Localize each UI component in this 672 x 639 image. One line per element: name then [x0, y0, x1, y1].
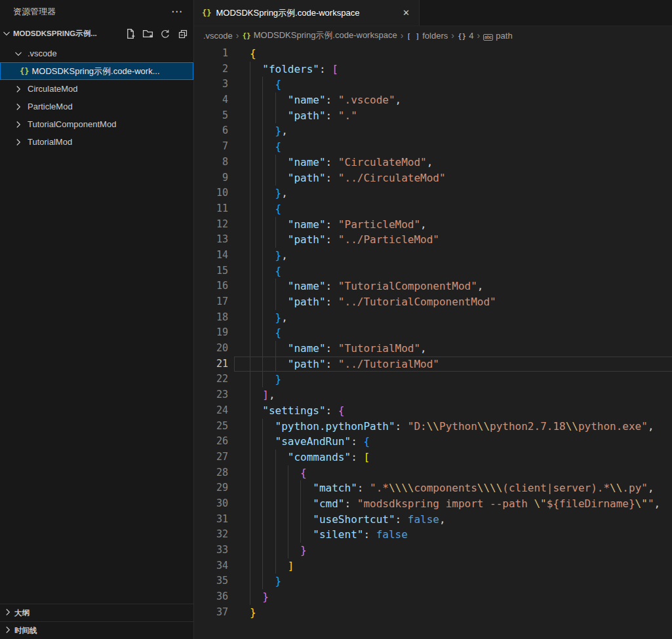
- line-number: 20: [194, 341, 228, 357]
- code-line[interactable]: 7 {: [194, 139, 672, 155]
- line-content: }: [250, 589, 672, 605]
- line-number: 31: [194, 512, 228, 528]
- code-line[interactable]: 20 "name": "TutorialMod",: [194, 341, 672, 357]
- line-number: 7: [194, 139, 228, 155]
- code-line[interactable]: 22 }: [194, 372, 672, 387]
- code-line[interactable]: 23 ],: [194, 387, 672, 403]
- chevron-right-icon: [3, 607, 13, 619]
- indent-guide: [250, 325, 250, 341]
- indent-guide: [262, 465, 263, 481]
- code-line[interactable]: 18 },: [194, 310, 672, 326]
- line-number: 8: [194, 155, 228, 170]
- tree-item[interactable]: TutorialComponentMod: [0, 115, 193, 133]
- indent-guide: [275, 480, 276, 496]
- line-number: 21: [194, 357, 228, 372]
- line-content: "match": ".*\\\\components\\\\(client|se…: [250, 480, 672, 496]
- indent-guide: [262, 434, 263, 450]
- code-line[interactable]: 32 "silent": false: [194, 527, 672, 543]
- line-content: "python.pythonPath": "D:\\Python\\python…: [250, 419, 672, 435]
- code-line[interactable]: 30 "cmd": "modsdkspring import --path \"…: [194, 496, 672, 512]
- close-icon[interactable]: ✕: [400, 7, 412, 19]
- line-content: "name": "CirculateMod",: [250, 155, 672, 170]
- panel-header[interactable]: 大纲: [0, 604, 193, 621]
- breadcrumb-item[interactable]: {}4: [458, 31, 473, 41]
- panel-header[interactable]: 时间线: [0, 621, 193, 639]
- code-line[interactable]: 34 ]: [194, 558, 672, 574]
- line-content: },: [250, 123, 672, 139]
- code-line[interactable]: 3 {: [194, 77, 672, 92]
- code-line[interactable]: 25 "python.pythonPath": "D:\\Python\\pyt…: [194, 419, 672, 435]
- tree-item[interactable]: ParticleMod: [0, 98, 193, 115]
- code-line[interactable]: 15 {: [194, 263, 672, 279]
- indent-guide: [262, 325, 263, 341]
- code-line[interactable]: 17 "path": "../TutorialComponentMod": [194, 294, 672, 310]
- line-content: "name": "TutorialMod",: [250, 341, 672, 357]
- panel-label: 大纲: [14, 608, 30, 618]
- tab-code-workspace[interactable]: {} MODSDKSpring示例.code-workspace ✕: [194, 0, 420, 26]
- code-line[interactable]: 10 },: [194, 185, 672, 201]
- code-line[interactable]: 6 },: [194, 123, 672, 139]
- code-line[interactable]: 31 "useShortcut": false,: [194, 512, 672, 528]
- breadcrumb-item[interactable]: abcpath: [483, 31, 513, 41]
- code-line[interactable]: 21 "path": "../TutorialMod": [194, 357, 672, 372]
- indent-guide: [262, 543, 263, 558]
- line-content: "path": "../TutorialMod": [250, 357, 672, 372]
- indent-guide: [275, 170, 276, 186]
- breadcrumb-item[interactable]: [ ]folders: [406, 31, 448, 41]
- indent-guide: [262, 77, 263, 92]
- line-number: 24: [194, 403, 228, 419]
- new-folder-icon[interactable]: [141, 28, 154, 41]
- line-number: 36: [194, 589, 228, 605]
- collapse-all-icon[interactable]: [176, 28, 189, 41]
- code-line[interactable]: 36 }: [194, 589, 672, 605]
- refresh-icon[interactable]: [159, 28, 172, 41]
- line-content: },: [250, 248, 672, 263]
- indent-guide: [300, 496, 301, 512]
- code-line[interactable]: 1{: [194, 46, 672, 62]
- line-content: "name": "TutorialComponentMod",: [250, 279, 672, 294]
- indent-guide: [250, 558, 250, 574]
- tree-item[interactable]: CirculateMod: [0, 80, 193, 98]
- line-number: 15: [194, 263, 228, 279]
- code-line[interactable]: 12 "name": "ParticleMod",: [194, 217, 672, 233]
- tree-item[interactable]: .vscode: [0, 45, 193, 62]
- indent-guide: [262, 139, 263, 155]
- code-line[interactable]: 26 "saveAndRun": {: [194, 434, 672, 450]
- code-line[interactable]: 5 "path": ".": [194, 108, 672, 124]
- line-number: 10: [194, 185, 228, 201]
- object-symbol-icon: {}: [458, 31, 466, 41]
- code-line[interactable]: 28 {: [194, 465, 672, 481]
- new-file-icon[interactable]: [123, 28, 136, 41]
- code-line[interactable]: 29 "match": ".*\\\\components\\\\(client…: [194, 480, 672, 496]
- indent-guide: [250, 341, 250, 357]
- breadcrumb-item[interactable]: {}MODSDKSpring示例.code-workspace: [242, 29, 397, 41]
- line-number: 1: [194, 46, 228, 62]
- line-number: 13: [194, 232, 228, 248]
- indent-guide: [250, 123, 250, 139]
- tree-item[interactable]: {}MODSDKSpring示例.code-work...: [0, 62, 193, 80]
- tree-item-label: TutorialComponentMod: [28, 119, 116, 129]
- code-line[interactable]: 19 {: [194, 325, 672, 341]
- code-line[interactable]: 14 },: [194, 248, 672, 263]
- code-line[interactable]: 4 "name": ".vscode",: [194, 92, 672, 108]
- code-line[interactable]: 27 "commands": [: [194, 450, 672, 465]
- code-line[interactable]: 2 "folders": [: [194, 62, 672, 77]
- chevron-right-icon: [13, 137, 25, 147]
- indent-guide: [250, 201, 250, 217]
- code-line[interactable]: 11 {: [194, 201, 672, 217]
- code-line[interactable]: 8 "name": "CirculateMod",: [194, 155, 672, 170]
- line-content: {: [250, 139, 672, 155]
- code-line[interactable]: 37}: [194, 605, 672, 621]
- code-area: 1{2 "folders": [3 {4 "name": ".vscode",5…: [194, 45, 672, 639]
- code-line[interactable]: 9 "path": "../CirculateMod": [194, 170, 672, 186]
- code-line[interactable]: 16 "name": "TutorialComponentMod",: [194, 279, 672, 294]
- workspace-section-header[interactable]: MODSDKSPRING示例...: [0, 23, 193, 45]
- code-line[interactable]: 24 "settings": {: [194, 403, 672, 419]
- tree-item[interactable]: TutorialMod: [0, 133, 193, 151]
- code-line[interactable]: 13 "path": "../ParticleMod": [194, 232, 672, 248]
- breadcrumb-item[interactable]: .vscode: [203, 31, 233, 41]
- code-line[interactable]: 35 }: [194, 573, 672, 589]
- more-actions-icon[interactable]: ⋯: [167, 5, 187, 18]
- code-line[interactable]: 33 }: [194, 543, 672, 558]
- tree-item-label: ParticleMod: [28, 102, 73, 111]
